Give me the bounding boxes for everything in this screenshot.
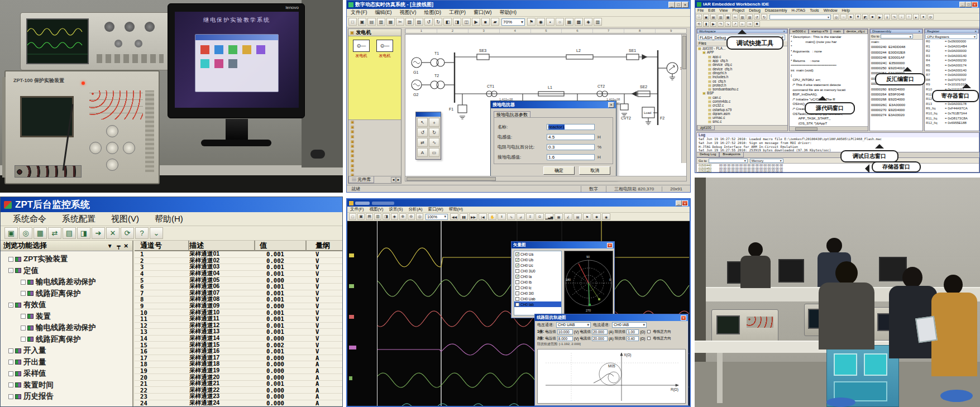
toolbar-button[interactable]: ↷ [718, 21, 724, 27]
palette-group[interactable]: ▣ [348, 125, 401, 130]
waveform-area[interactable]: Ua Ub Uc 3U0 [347, 221, 690, 406]
menu-item[interactable]: H-JTAG [790, 8, 808, 12]
checkbox[interactable] [515, 269, 519, 273]
toolbar-button[interactable]: ⇓ [884, 14, 890, 20]
register-row[interactable]: R4 = 0x0A000230 [925, 59, 979, 64]
toolbar-button[interactable]: ◉ [602, 213, 610, 220]
toolbar-button[interactable]: ○ [556, 18, 564, 26]
menu-item[interactable]: Window [821, 8, 840, 12]
dialog-close-button[interactable]: × [607, 243, 613, 248]
editor-tab[interactable]: startup.s79 [809, 29, 831, 34]
tree-item[interactable]: - 定值 [1, 265, 132, 277]
menu-item[interactable]: 视图(V) [367, 207, 386, 212]
palette-group[interactable]: ▣ [348, 130, 401, 135]
toolbar-button[interactable]: ▮ [703, 21, 709, 27]
toolbar-button[interactable]: ▰ [491, 18, 499, 26]
close-button[interactable]: × [972, 2, 978, 7]
expand-icon[interactable] [8, 382, 13, 387]
toolbar-button[interactable]: ▤ [573, 213, 582, 220]
menu-item[interactable]: 系统配置 [54, 214, 103, 224]
palette-group[interactable]: ▣ [348, 149, 401, 154]
toolbar-button[interactable]: ↘ [725, 21, 731, 27]
toolbar-button[interactable]: ◨ [383, 213, 390, 220]
vector-channel-item[interactable]: ✓ CH0 Ua [514, 251, 561, 257]
palette-group[interactable]: ▣ [348, 135, 401, 140]
menu-item[interactable]: 帮助(H) [446, 207, 466, 212]
menu-item[interactable]: 工程(P) [445, 9, 470, 16]
expand-icon[interactable] [21, 280, 26, 285]
toolbar-button[interactable]: ◨ [453, 18, 461, 26]
checkbox[interactable] [515, 303, 519, 307]
toolbar-button[interactable]: ▣ [4, 227, 18, 239]
tree-item[interactable]: 采样值 [1, 368, 132, 380]
toolbar-button[interactable]: ▩ [575, 18, 583, 26]
vector-channel-item[interactable]: CH0 Iab [514, 301, 561, 307]
palette-group[interactable]: ▣ [348, 154, 401, 159]
register-row[interactable]: R0 = 0x09000000 [925, 40, 979, 45]
toolbar-button[interactable]: ▦ [554, 213, 563, 220]
iar-titlebar[interactable]: IAR Embedded Workbench IDE _ □ × [695, 1, 979, 8]
toolbar-button[interactable]: Ω [536, 213, 544, 220]
minimize-button[interactable]: _ [959, 2, 965, 7]
expand-icon[interactable]: - [8, 303, 13, 308]
memory-goto-combo[interactable]: ▾ [709, 159, 748, 163]
menu-item[interactable]: Help [840, 8, 852, 12]
menu-item[interactable]: 编辑(E) [371, 9, 396, 16]
menu-item[interactable]: 系统命令 [5, 214, 54, 224]
log-tab[interactable]: Debug Log [696, 152, 719, 157]
toolbar-button[interactable]: □ [348, 18, 357, 26]
toolbar-button[interactable]: ↻ [434, 18, 442, 26]
menu-item[interactable]: 帮助(H) [496, 9, 521, 16]
toolbar-button[interactable]: ∠ [564, 213, 572, 220]
dialog-titlebar[interactable]: 接地电抗器 × [491, 101, 616, 108]
register-row[interactable]: R10_fiq = 0x761B73A4 [925, 112, 979, 117]
menu-item[interactable]: 文件(F) [347, 9, 371, 16]
toolbar-button[interactable]: ▦ [725, 14, 731, 20]
editor-tab[interactable]: wt5000.c [790, 29, 809, 34]
vector-channel-item[interactable]: CH0 3I0 [514, 290, 561, 296]
sim-titlebar[interactable]: 数字动态实时仿真系统 - [主接线图] _ □ × [347, 1, 690, 9]
zoom-combo[interactable]: 100%▾ [426, 214, 448, 220]
toolbar-button[interactable]: ⚑ [848, 14, 854, 20]
file-tree-item[interactable]: ▤ cstartup.s79 [697, 107, 787, 111]
menu-item[interactable]: Disassembly [763, 8, 790, 12]
file-tree-item[interactable]: ▤ includes.h [697, 75, 787, 79]
register-row[interactable]: R9_fiq = 0xF44A97CA [925, 107, 979, 112]
toolbar-button[interactable]: ⟳ [121, 227, 134, 239]
toolbar-button[interactable]: ▥ [594, 18, 602, 26]
toolbar-button[interactable]: ◨ [77, 227, 90, 239]
menu-item[interactable]: 视图(V) [103, 214, 147, 224]
file-tree-item[interactable]: ▣ APP [697, 50, 787, 54]
toolbar-button[interactable]: ◎ [833, 14, 839, 20]
pin-icon[interactable]: ┯ [115, 243, 123, 249]
register-row[interactable]: R12_fiq = 0x6955E188 [925, 121, 979, 126]
channel-label[interactable]: Uc [349, 315, 354, 319]
editor-tab[interactable]: device_cfg.c [844, 29, 868, 34]
file-tree-item[interactable]: ▤ can.c [697, 95, 787, 99]
close-icon[interactable]: ✕ [123, 243, 130, 249]
value-input[interactable]: 20.000 [592, 336, 608, 341]
vector-channel-item[interactable]: CH0 3U0 [514, 268, 561, 274]
panel-close-icon[interactable]: × [974, 30, 977, 33]
toolbar-button[interactable]: ▶ [472, 18, 480, 26]
toolbar-button[interactable]: ▤ [366, 213, 373, 220]
file-tree-item[interactable]: ▤ smc.c [697, 119, 787, 123]
vector-channel-item[interactable]: CH0 Ib [514, 279, 561, 285]
toolbox-button[interactable]: ∿ [429, 138, 439, 147]
tree-item[interactable]: - 有效值 [1, 299, 132, 311]
toolbar-button[interactable]: ▧ [405, 18, 414, 26]
expand-icon[interactable] [8, 394, 13, 399]
file-tree-item[interactable]: ▤ device_cfg.h [697, 66, 787, 70]
menu-item[interactable]: Edit [706, 8, 717, 12]
menu-item[interactable]: 窗口(W) [426, 207, 446, 212]
tree-item[interactable]: 线路距离保护 [1, 288, 132, 300]
menu-item[interactable]: 分析(A) [406, 207, 426, 212]
toolbar-button[interactable]: ➔ [92, 227, 105, 239]
channel-label[interactable]: Ub [349, 284, 354, 288]
toolbar-button[interactable]: ⊿ [517, 213, 525, 220]
toolbar-button[interactable]: ▁▃▅ [545, 213, 553, 220]
tree-item[interactable]: 输电线路差动保护 [1, 322, 132, 334]
expand-icon[interactable] [8, 348, 13, 353]
expand-icon[interactable] [8, 257, 13, 262]
file-tree-item[interactable]: ▤ dingzhi.h [697, 71, 787, 75]
